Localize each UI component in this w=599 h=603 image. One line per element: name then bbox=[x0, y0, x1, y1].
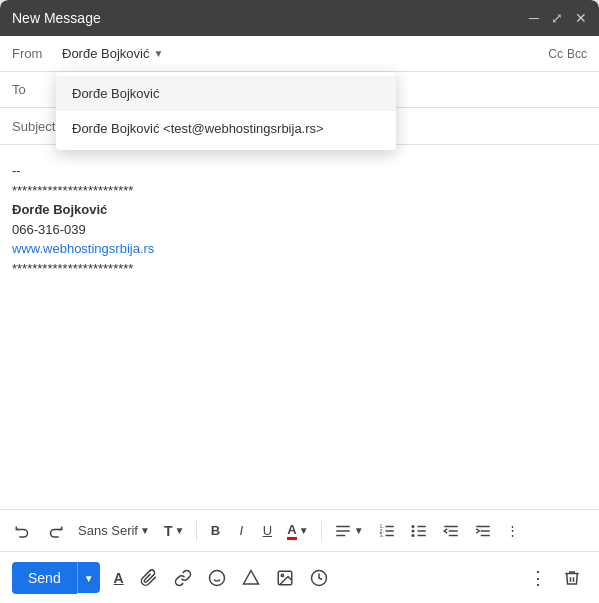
cc-button[interactable]: Cc bbox=[548, 47, 563, 61]
font-size-icon: T bbox=[164, 523, 173, 539]
text-format-button[interactable]: A bbox=[108, 564, 130, 592]
compose-window: New Message ─ ⤢ ✕ From Đorđe Bojković ▼ … bbox=[0, 0, 599, 603]
bullet-list-button[interactable] bbox=[404, 518, 434, 544]
font-name: Sans Serif bbox=[78, 523, 138, 538]
from-dropdown-menu: Đorđe Bojković Đorđe Bojković <test@webh… bbox=[56, 72, 396, 150]
more-options-icon: ⋮ bbox=[529, 567, 547, 589]
send-button[interactable]: Send bbox=[12, 562, 77, 594]
font-size-arrow: ▼ bbox=[174, 525, 184, 536]
window-title: New Message bbox=[12, 10, 101, 26]
bold-button[interactable]: B bbox=[203, 519, 227, 542]
attach-button[interactable] bbox=[134, 563, 164, 593]
align-arrow: ▼ bbox=[354, 525, 364, 536]
photo-button[interactable] bbox=[270, 563, 300, 593]
svg-point-13 bbox=[411, 529, 414, 532]
indent-less-button[interactable] bbox=[436, 518, 466, 544]
compose-body[interactable]: -- ************************ Đorđe Bojkov… bbox=[0, 145, 599, 509]
formatting-toolbar: Sans Serif ▼ T ▼ B I U A ▼ ▼ 1.2.3. bbox=[0, 509, 599, 551]
schedule-button[interactable] bbox=[304, 563, 334, 593]
font-color-icon: A bbox=[287, 522, 296, 540]
numbered-list-button[interactable]: 1.2.3. bbox=[372, 518, 402, 544]
from-label: From bbox=[12, 46, 62, 61]
title-bar: New Message ─ ⤢ ✕ bbox=[0, 0, 599, 36]
sig-website[interactable]: www.webhostingsrbija.rs bbox=[12, 241, 154, 256]
undo-button[interactable] bbox=[8, 518, 38, 544]
emoji-button[interactable] bbox=[202, 563, 232, 593]
underline-icon: U bbox=[263, 523, 272, 538]
font-selector[interactable]: Sans Serif ▼ bbox=[72, 521, 156, 540]
svg-text:3.: 3. bbox=[379, 532, 383, 538]
bottom-right-actions: ⋮ bbox=[523, 561, 587, 595]
from-row: From Đorđe Bojković ▼ Cc Bcc Đorđe Bojko… bbox=[0, 36, 599, 72]
underline-button[interactable]: U bbox=[255, 519, 279, 542]
send-dropdown-arrow-icon: ▼ bbox=[84, 573, 94, 584]
to-label: To bbox=[12, 82, 62, 97]
svg-marker-24 bbox=[243, 570, 258, 584]
toolbar-sep-2 bbox=[321, 521, 322, 541]
more-formatting-button[interactable]: ⋮ bbox=[500, 519, 525, 542]
font-dropdown-arrow: ▼ bbox=[140, 525, 150, 536]
sig-stars-bottom: ************************ bbox=[12, 259, 587, 279]
sig-stars-top: ************************ bbox=[12, 181, 587, 201]
font-color-arrow: ▼ bbox=[299, 525, 309, 536]
dropdown-item-1[interactable]: Đorđe Bojković bbox=[56, 76, 396, 111]
svg-point-14 bbox=[411, 534, 414, 537]
from-value[interactable]: Đorđe Bojković bbox=[62, 46, 149, 61]
italic-button[interactable]: I bbox=[229, 519, 253, 542]
sig-name: Đorđe Bojković bbox=[12, 200, 587, 220]
align-button[interactable]: ▼ bbox=[328, 518, 370, 544]
from-dropdown-arrow[interactable]: ▼ bbox=[153, 48, 163, 59]
from-select-wrapper: Đorđe Bojković ▼ bbox=[62, 46, 548, 61]
bottom-actions: A bbox=[108, 563, 334, 593]
close-icon[interactable]: ✕ bbox=[575, 10, 587, 26]
cc-bcc-buttons: Cc Bcc bbox=[548, 47, 587, 61]
delete-button[interactable] bbox=[557, 563, 587, 593]
redo-button[interactable] bbox=[40, 518, 70, 544]
text-format-icon: A bbox=[114, 570, 124, 586]
bcc-button[interactable]: Bcc bbox=[567, 47, 587, 61]
email-signature: -- ************************ Đorđe Bojkov… bbox=[12, 161, 587, 278]
more-icon: ⋮ bbox=[506, 523, 519, 538]
indent-more-button[interactable] bbox=[468, 518, 498, 544]
svg-point-26 bbox=[281, 574, 283, 576]
italic-icon: I bbox=[240, 523, 244, 538]
font-color-button[interactable]: A ▼ bbox=[281, 518, 314, 544]
sig-dashes: -- bbox=[12, 161, 587, 181]
toolbar-sep-1 bbox=[196, 521, 197, 541]
compose-header: From Đorđe Bojković ▼ Cc Bcc Đorđe Bojko… bbox=[0, 36, 599, 145]
send-dropdown-button[interactable]: ▼ bbox=[77, 562, 100, 593]
send-button-wrapper: Send ▼ bbox=[12, 562, 100, 594]
subject-label: Subject bbox=[12, 119, 62, 134]
font-size-button[interactable]: T ▼ bbox=[158, 519, 190, 543]
svg-point-21 bbox=[209, 570, 224, 585]
more-options-button[interactable]: ⋮ bbox=[523, 561, 553, 595]
minimize-icon[interactable]: ─ bbox=[529, 10, 539, 26]
expand-icon[interactable]: ⤢ bbox=[551, 10, 563, 26]
bold-icon: B bbox=[211, 523, 220, 538]
bottom-bar: Send ▼ A bbox=[0, 551, 599, 603]
dropdown-item-2[interactable]: Đorđe Bojković <test@webhostingsrbija.rs… bbox=[56, 111, 396, 146]
svg-point-12 bbox=[411, 525, 414, 528]
sig-phone: 066-316-039 bbox=[12, 220, 587, 240]
link-button[interactable] bbox=[168, 563, 198, 593]
window-controls: ─ ⤢ ✕ bbox=[529, 10, 587, 26]
drive-button[interactable] bbox=[236, 563, 266, 593]
